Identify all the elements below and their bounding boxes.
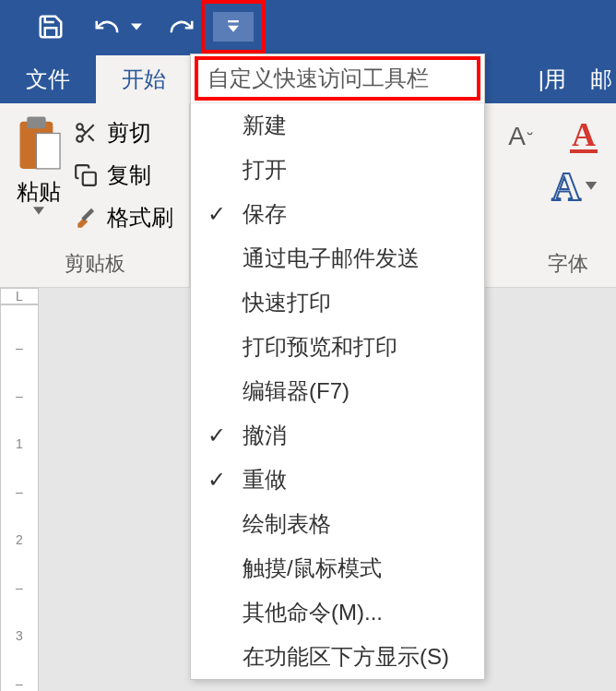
text-effects-button[interactable]: A — [551, 163, 581, 210]
svg-point-5 — [77, 136, 83, 142]
redo-icon[interactable] — [168, 13, 195, 41]
ruler-tick: – — [16, 372, 23, 420]
copy-button[interactable]: 复制 — [74, 161, 173, 190]
qat-menu-item-label: 绘制表格 — [243, 509, 475, 539]
ruler-tick: 1 — [16, 420, 23, 468]
ruler-tick: – — [16, 660, 23, 691]
qat-menu-item-label: 其他命令(M)... — [243, 598, 475, 627]
qat-menu-item-label: 打印预览和打印 — [243, 332, 475, 362]
qat-menu-item[interactable]: ✓保存 — [191, 192, 484, 236]
paste-icon — [15, 114, 63, 173]
qat-menu-item-label: 重做 — [243, 465, 475, 494]
paste-dropdown-icon — [33, 207, 44, 216]
ruler-corner: L — [0, 288, 39, 304]
qat-menu-item[interactable]: ✓重做 — [191, 458, 484, 502]
qat-menu-item[interactable]: 在功能区下方显示(S) — [191, 635, 484, 679]
qat-menu-item-label: 通过电子邮件发送 — [243, 244, 475, 273]
vertical-ruler: – – 1 – 2 – 3 – 4 — [0, 304, 39, 691]
clipboard-group-label: 剪贴板 — [15, 244, 174, 283]
qat-menu-item[interactable]: 其他命令(M)... — [191, 590, 484, 635]
qat-menu-item[interactable]: 通过电子邮件发送 — [191, 236, 484, 280]
qat-menu-header: 自定义快速访问工具栏 — [191, 54, 484, 103]
format-painter-label: 格式刷 — [107, 203, 173, 232]
qat-menu-item-label: 保存 — [243, 199, 475, 229]
qat-customize-highlight — [201, 0, 266, 54]
clipboard-group: 粘贴 剪切 复制 格式刷 剪贴板 — [0, 103, 190, 287]
ruler-tick: – — [16, 468, 23, 516]
svg-rect-0 — [228, 20, 239, 22]
font-size-indicator[interactable]: A˘ — [508, 122, 533, 151]
text-effects-dropdown-icon — [585, 182, 598, 191]
copy-label: 复制 — [107, 161, 151, 190]
cut-label: 剪切 — [107, 118, 151, 148]
qat-menu-item-label: 新建 — [243, 111, 475, 140]
check-icon: ✓ — [207, 467, 243, 493]
paste-label: 粘贴 — [17, 177, 61, 207]
svg-rect-9 — [83, 173, 96, 185]
ruler-tick: – — [16, 564, 23, 612]
qat-menu-item[interactable]: 编辑器(F7) — [191, 369, 484, 413]
cut-button[interactable]: 剪切 — [74, 118, 173, 148]
svg-rect-2 — [27, 117, 45, 129]
ruler-tick: – — [16, 324, 23, 372]
undo-icon[interactable] — [90, 13, 124, 41]
tab-mailings-partial[interactable]: 邮 — [574, 55, 616, 103]
qat-menu-item[interactable]: 新建 — [191, 103, 484, 148]
paste-button[interactable]: 粘贴 — [15, 114, 63, 244]
quick-access-toolbar — [0, 0, 616, 54]
qat-menu-item[interactable]: ✓撤消 — [191, 413, 484, 458]
check-icon: ✓ — [207, 423, 243, 448]
qat-menu-item[interactable]: 打开 — [191, 148, 484, 192]
qat-menu-item[interactable]: 触摸/鼠标模式 — [191, 546, 484, 590]
svg-rect-3 — [36, 133, 60, 168]
ruler-tick: 2 — [16, 516, 23, 564]
scissors-icon — [74, 121, 98, 145]
qat-menu-item-label: 快速打印 — [243, 288, 475, 317]
copy-icon — [74, 163, 98, 187]
brush-icon — [74, 206, 98, 230]
qat-menu-item-label: 在功能区下方显示(S) — [243, 642, 475, 672]
check-icon: ✓ — [207, 201, 243, 227]
font-color-button[interactable]: A — [570, 120, 598, 153]
qat-menu-item-label: 打开 — [243, 155, 475, 185]
qat-menu-item-label: 编辑器(F7) — [243, 376, 475, 406]
tab-home[interactable]: 开始 — [96, 55, 192, 103]
undo-dropdown-icon[interactable] — [131, 21, 142, 32]
svg-rect-10 — [81, 208, 94, 221]
svg-line-8 — [82, 129, 86, 133]
svg-point-4 — [77, 124, 83, 130]
ruler-tick: 3 — [16, 612, 23, 660]
tab-file[interactable]: 文件 — [0, 55, 96, 103]
format-painter-button[interactable]: 格式刷 — [74, 203, 173, 232]
qat-menu-item[interactable]: 打印预览和打印 — [191, 325, 484, 369]
qat-customize-menu: 自定义快速访问工具栏 新建打开✓保存通过电子邮件发送快速打印打印预览和打印编辑器… — [190, 54, 485, 680]
qat-menu-item[interactable]: 绘制表格 — [191, 502, 484, 546]
qat-menu-item[interactable]: 快速打印 — [191, 280, 484, 325]
qat-customize-button[interactable] — [213, 12, 254, 42]
save-icon[interactable] — [37, 13, 65, 41]
svg-line-7 — [89, 136, 94, 141]
qat-menu-item-label: 触摸/鼠标模式 — [243, 554, 475, 583]
qat-menu-item-label: 撤消 — [243, 421, 475, 450]
tab-references-partial[interactable]: |用 — [531, 55, 574, 103]
